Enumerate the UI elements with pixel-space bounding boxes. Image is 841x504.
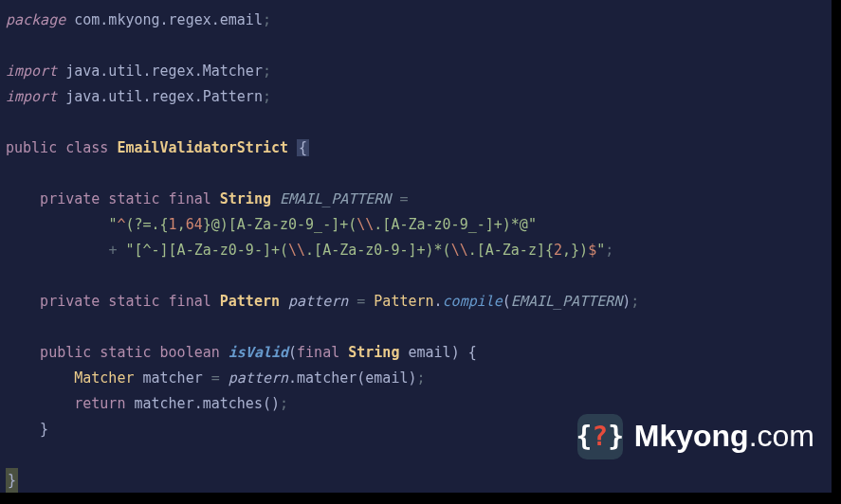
code-line: import java.util.regex.Pattern; bbox=[6, 84, 841, 110]
code-line: } bbox=[6, 468, 841, 494]
code-line: package com.mkyong.regex.email; bbox=[6, 8, 841, 33]
logo-icon: {?} bbox=[577, 414, 623, 459]
code-line bbox=[6, 110, 841, 135]
code-line: + "[^-][A-Za-z0-9-]+(\\.[A-Za-z0-9-]+)*(… bbox=[6, 238, 841, 263]
shadow-decoration bbox=[0, 493, 841, 504]
code-line: private static final String EMAIL_PATTER… bbox=[6, 187, 841, 212]
code-line bbox=[6, 33, 841, 59]
code-line: "^(?=.{1,64}@)[A-Za-z0-9_-]+(\\.[A-Za-z0… bbox=[6, 212, 841, 238]
code-line: public static boolean isValid(final Stri… bbox=[6, 340, 841, 366]
code-line bbox=[6, 263, 841, 289]
watermark: {?} Mkyong.com bbox=[577, 409, 814, 464]
shadow-decoration bbox=[832, 0, 841, 504]
code-line: public class EmailValidatorStrict { bbox=[6, 135, 841, 161]
code-line: import java.util.regex.Matcher; bbox=[6, 59, 841, 84]
watermark-text: Mkyong.com bbox=[634, 409, 814, 464]
code-line: private static final Pattern pattern = P… bbox=[6, 289, 841, 315]
code-line bbox=[6, 315, 841, 340]
code-line: Matcher matcher = pattern.matcher(email)… bbox=[6, 366, 841, 391]
code-line bbox=[6, 161, 841, 187]
